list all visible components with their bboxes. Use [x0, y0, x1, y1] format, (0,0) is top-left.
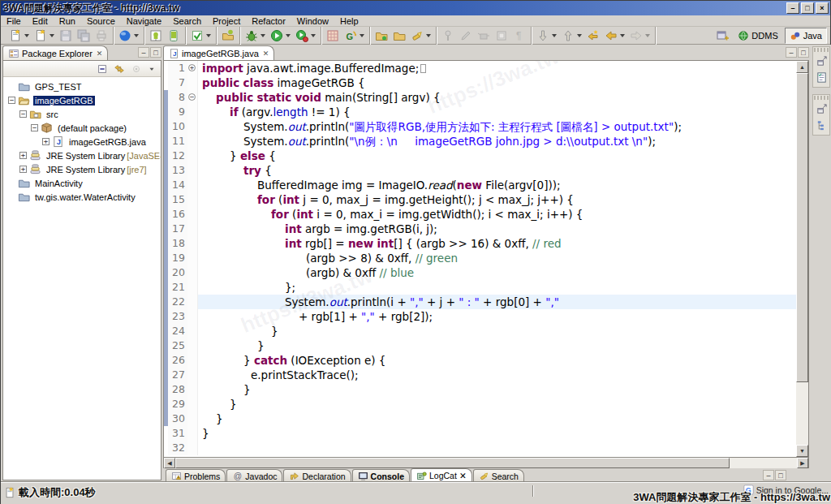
code-line-13[interactable]: 13try {: [164, 163, 796, 178]
line-number[interactable]: 13: [168, 163, 187, 178]
bottom-tab-console[interactable]: Console: [352, 469, 410, 482]
code-line-23[interactable]: 23+ rgb[1] + "," + rgb[2]);: [164, 309, 796, 324]
save-button[interactable]: [57, 28, 75, 44]
close-editor-icon[interactable]: ✕: [263, 50, 269, 58]
link-with-editor-button[interactable]: [112, 62, 127, 76]
vertical-scrollbar[interactable]: ▲ ▼: [796, 61, 808, 457]
line-number[interactable]: 21: [168, 280, 187, 295]
line-number[interactable]: 26: [168, 353, 187, 368]
next-annotation-button[interactable]: [534, 28, 559, 44]
code-line-30[interactable]: 30}: [164, 411, 796, 426]
menu-run[interactable]: Run: [54, 15, 81, 27]
menu-window[interactable]: Window: [291, 15, 334, 27]
code-line-27[interactable]: 27e.printStackTrace();: [164, 368, 796, 382]
code-line-15[interactable]: 15for (int j = 0, max_j = img.getHeight(…: [164, 192, 796, 207]
minimize-view-button[interactable]: –: [138, 47, 149, 58]
tree-item-imagegetrgb[interactable]: −imageGetRGB: [3, 93, 161, 107]
show-selected-button[interactable]: [493, 28, 510, 44]
code-line-22[interactable]: 22System.out.println(i + "," + j + " : "…: [164, 295, 796, 309]
bottom-tab-problems[interactable]: Problems: [166, 469, 226, 482]
menu-edit[interactable]: Edit: [27, 15, 54, 27]
debug-button[interactable]: [243, 28, 268, 44]
fold-expand-icon[interactable]: +: [188, 64, 196, 71]
menu-source[interactable]: Source: [81, 15, 121, 27]
back-button[interactable]: [602, 28, 627, 44]
task-list-icon[interactable]: [814, 70, 829, 85]
code-line-18[interactable]: 18int rgb[] = new int[] { (argb >> 16) &…: [164, 236, 796, 251]
close-view-icon[interactable]: ✕: [459, 471, 467, 480]
tree-item-src[interactable]: −src: [3, 107, 161, 121]
avd-manager-button[interactable]: [165, 28, 183, 44]
open-browser-button[interactable]: [116, 28, 141, 44]
line-number[interactable]: 32: [168, 441, 187, 455]
line-number[interactable]: 30: [168, 411, 187, 426]
dropdown-caret-icon[interactable]: [134, 34, 139, 37]
collapse-all-button[interactable]: [95, 62, 110, 76]
line-number[interactable]: 8: [168, 90, 187, 105]
restore-button[interactable]: □: [801, 2, 814, 14]
line-number[interactable]: 29: [168, 397, 187, 411]
hscroll-thumb[interactable]: [175, 458, 730, 468]
code-line-32[interactable]: 32: [164, 441, 796, 455]
prev-annotation-button[interactable]: [559, 28, 584, 44]
minimize-button[interactable]: –: [786, 2, 799, 14]
bottom-tab-search[interactable]: Search: [473, 469, 524, 482]
code-line-7[interactable]: 7public class imageGetRGB {: [164, 75, 796, 90]
minimize-editor-button[interactable]: –: [786, 47, 797, 58]
open-type-button[interactable]: [372, 28, 390, 44]
perspective-ddms[interactable]: DDMS: [733, 28, 782, 44]
code-line-26[interactable]: 26} catch (IOException e) {: [164, 353, 796, 368]
rail-handle[interactable]: [814, 96, 829, 100]
restore-view-icon[interactable]: [814, 54, 829, 69]
bottom-tab-logcat[interactable]: LogCat✕: [411, 468, 472, 482]
tab-imagegetrgb-java[interactable]: J imageGetRGB.java ✕: [163, 45, 274, 60]
externalize-button[interactable]: [475, 28, 493, 44]
dropdown-caret-icon[interactable]: [360, 34, 364, 37]
menu-navigate[interactable]: Navigate: [121, 15, 167, 27]
new-wizard-button[interactable]: [32, 28, 57, 44]
dropdown-caret-icon[interactable]: [260, 34, 265, 37]
dropdown-caret-icon[interactable]: [50, 34, 54, 37]
forward-button[interactable]: [627, 28, 652, 44]
code-line-14[interactable]: 14BufferedImage img = ImageIO.read(new F…: [164, 178, 796, 192]
tree-item-gps-test[interactable]: GPS_TEST: [3, 80, 161, 93]
code-line-20[interactable]: 20(argb) & 0xff // blue: [164, 265, 796, 280]
line-number[interactable]: 20: [168, 265, 187, 280]
minimize-bottom-button[interactable]: –: [763, 470, 774, 480]
horizontal-scrollbar[interactable]: ◀ ▶: [163, 458, 809, 468]
vscroll-thumb[interactable]: [796, 73, 808, 382]
tree-item-mainactivity[interactable]: MainActivity: [3, 176, 161, 190]
search-button[interactable]: [408, 28, 433, 44]
sync-button[interactable]: G: [342, 28, 367, 44]
expand-icon[interactable]: +: [19, 152, 27, 159]
print-button[interactable]: [93, 28, 110, 44]
menu-search[interactable]: Search: [167, 15, 207, 27]
line-number[interactable]: 23: [168, 309, 187, 324]
close-view-icon[interactable]: ✕: [97, 50, 103, 58]
open-perspective-button[interactable]: [713, 28, 731, 44]
code-line-24[interactable]: 24}: [164, 324, 796, 338]
tree-item-tw-gis-water-wateractivity[interactable]: tw.gis.water.WaterActivity: [3, 190, 161, 204]
code-line-19[interactable]: 19(argb >> 8) & 0xff, // green: [164, 251, 796, 265]
outline-icon[interactable]: [814, 118, 829, 133]
scroll-right-icon[interactable]: ▶: [797, 458, 808, 468]
restore-view-icon[interactable]: [814, 101, 829, 117]
dropdown-caret-icon[interactable]: [286, 34, 291, 37]
line-number[interactable]: 12: [168, 149, 187, 163]
tree-item-jre-system-library-javase-1-7[interactable]: +JRE System Library [JavaSE-1.7]: [3, 149, 161, 162]
line-number[interactable]: 22: [168, 295, 187, 309]
line-number[interactable]: 17: [168, 222, 187, 236]
line-number[interactable]: 15: [168, 192, 187, 207]
code-line-9[interactable]: 9if (argv.length != 1) {: [164, 105, 796, 119]
code-line-17[interactable]: 17int argb = img.getRGB(i, j);: [164, 222, 796, 236]
line-number[interactable]: 7: [168, 75, 187, 90]
collapse-icon[interactable]: −: [31, 124, 38, 131]
menu-refactor[interactable]: Refactor: [246, 15, 291, 27]
expand-icon[interactable]: +: [42, 138, 50, 145]
code-line-28[interactable]: 28}: [164, 382, 796, 397]
code-line-8[interactable]: 8−public static void main(String[] argv)…: [164, 90, 796, 105]
tree-item-default-package[interactable]: −(default package): [3, 121, 161, 135]
tree-item-jre-system-library-jre7[interactable]: +JRE System Library [jre7]: [3, 162, 161, 176]
code-editor[interactable]: https://3wa.tw https://3wa.tw 1+import j…: [164, 61, 796, 457]
menu-project[interactable]: Project: [207, 15, 246, 27]
